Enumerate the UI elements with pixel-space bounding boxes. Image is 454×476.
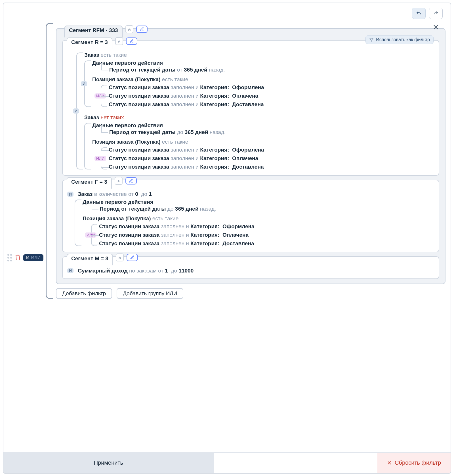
segment-r-right: Использовать как фильтр <box>365 35 434 44</box>
status-label: Статус позиции заказа <box>109 84 169 90</box>
period-days: 365 дней <box>185 129 208 135</box>
position-label: Позиция заказа (Покупка) <box>92 76 161 82</box>
use-as-filter-label: Использовать как фильтр <box>376 37 430 42</box>
funnel-icon <box>369 37 374 42</box>
segment-f: Сегмент F = 3 И Заказ <box>62 180 439 252</box>
segment-m-title: Сегмент M = 3 <box>67 254 113 266</box>
chevron-up-icon <box>118 255 122 259</box>
dpd-block: Данные первого действия Период от текуще… <box>92 121 434 135</box>
segment-rfm-right: ✕ <box>432 24 440 31</box>
edit-segment-button[interactable] <box>136 26 148 33</box>
cat-value: Оплачена <box>232 155 258 161</box>
cat-label: Категория: <box>200 84 229 90</box>
chevron-up-icon <box>117 179 121 183</box>
cat-value: Оформлена <box>232 147 264 153</box>
root-group: Сегмент RFM - 333 ✕ Сегмент R = 3 <box>46 23 445 299</box>
position-cond: есть такие <box>162 139 188 145</box>
segment-f-title: Сегмент F = 3 <box>67 177 112 189</box>
status-label: Статус позиции заказа <box>99 232 159 238</box>
edit-segment-button[interactable] <box>127 254 138 261</box>
status-row: Статус позиции заказа заполнен и Категор… <box>99 222 434 231</box>
period-line: Период от текущей даты до 365 дней назад… <box>92 206 434 212</box>
zakaz1-inner-brace: И Данные первого действия Период от теку… <box>84 59 434 109</box>
status-label: Статус позиции заказа <box>109 93 169 99</box>
status-mid: заполнен и <box>171 164 199 170</box>
zakaz-pre: в количестве от <box>94 191 134 197</box>
segment-rfm-head: Сегмент RFM - 333 <box>64 23 148 35</box>
andor-or: ИЛИ <box>31 255 41 260</box>
zakaz-group-2: Заказ нет таких И Данные первого действи… <box>84 113 434 171</box>
sum-v1: 1 <box>165 268 168 274</box>
group-andor-toggle[interactable]: И ИЛИ <box>23 254 43 261</box>
root-bracket <box>46 23 53 299</box>
segment-rfm-body: Сегмент R = 3 Использовать как ф <box>56 29 445 284</box>
segment-m-head: Сегмент M = 3 <box>67 251 138 263</box>
collapse-segment-button[interactable] <box>115 37 123 45</box>
zakaz2-inner-brace: И Данные первого действия Период от теку… <box>84 121 434 171</box>
and-badge: И <box>67 268 73 273</box>
or-badge: ИЛИ <box>94 156 106 161</box>
zakaz-2-title: Заказ нет таких <box>84 113 434 121</box>
zakaz-label: Заказ <box>84 114 99 120</box>
period-suffix: назад. <box>210 129 226 135</box>
undo-icon <box>416 11 422 16</box>
status-mid: заполнен и <box>171 93 199 99</box>
position-block: Позиция заказа (Покупка) есть такие ИЛИ … <box>83 214 434 248</box>
cat-value: Оплачена <box>222 232 249 238</box>
cat-value: Оформлена <box>222 223 255 229</box>
trash-icon <box>15 254 21 261</box>
collapse-segment-button[interactable] <box>116 253 124 261</box>
status-label: Статус позиции заказа <box>109 147 169 153</box>
zakaz-label: Заказ <box>84 52 99 58</box>
period-mid: до <box>167 206 174 212</box>
and-badge: И <box>73 108 79 114</box>
status-or-list: ИЛИ Статус позиции заказа заполнен и Кат… <box>91 222 434 248</box>
pencil-icon <box>129 179 133 183</box>
status-mid: заполнен и <box>171 147 199 153</box>
sum-label: Суммарный доход <box>78 268 127 274</box>
cat-value: Доставлена <box>222 240 254 246</box>
cat-value: Доставлена <box>232 164 264 170</box>
zakaz-1-title: Заказ есть такие <box>84 51 434 59</box>
segment-r-head: Сегмент R = 3 <box>67 35 137 47</box>
position-cond: есть такие <box>162 76 188 82</box>
sum-line: И Суммарный доход по заказам от 1 до 110… <box>67 267 434 274</box>
sum-v2: 11000 <box>178 268 194 274</box>
cat-label: Категория: <box>200 101 229 107</box>
collapse-segment-button[interactable] <box>115 177 123 185</box>
add-or-group-button[interactable]: Добавить группу ИЛИ <box>117 288 183 299</box>
reset-filter-button[interactable]: ✕ Сбросить фильтр <box>377 453 451 473</box>
edit-segment-button[interactable] <box>126 37 137 45</box>
use-as-filter-button[interactable]: Использовать как фильтр <box>365 35 434 44</box>
collapse-segment-button[interactable] <box>125 25 133 33</box>
position-title: Позиция заказа (Покупка) есть такие <box>92 138 434 146</box>
segment-f-brace: Данные первого действия Период от текуще… <box>75 198 434 248</box>
segment-r-title: Сегмент R = 3 <box>67 37 112 49</box>
pencil-icon <box>129 39 134 43</box>
period-mid: от <box>177 67 182 73</box>
cat-label: Категория: <box>190 223 219 229</box>
edit-segment-button[interactable] <box>125 177 137 184</box>
segment-m-body: И Суммарный доход по заказам от 1 до 110… <box>67 267 434 274</box>
redo-icon <box>433 11 439 16</box>
period-suffix: назад. <box>209 67 225 73</box>
chevron-up-icon <box>127 27 131 31</box>
position-title: Позиция заказа (Покупка) есть такие <box>83 214 434 222</box>
cat-label: Категория: <box>190 240 219 246</box>
add-filter-button[interactable]: Добавить фильтр <box>56 288 112 299</box>
close-segment-button[interactable]: ✕ <box>432 24 440 31</box>
group-buttons: Добавить фильтр Добавить группу ИЛИ <box>56 288 445 299</box>
and-badge: И <box>81 81 87 86</box>
zakaz-label: Заказ <box>78 191 93 197</box>
undo-button[interactable] <box>412 8 426 19</box>
apply-button[interactable]: Применить <box>3 453 214 473</box>
zakaz-v1: 0 <box>135 191 138 197</box>
status-mid: заполнен и <box>161 240 189 246</box>
redo-button[interactable] <box>429 8 443 19</box>
position-label: Позиция заказа (Покупка) <box>83 215 151 221</box>
or-badge: ИЛИ <box>94 93 106 98</box>
cat-value: Доставлена <box>232 101 264 107</box>
pencil-icon <box>130 255 134 260</box>
drag-handle[interactable] <box>7 254 12 261</box>
delete-group-button[interactable] <box>15 254 22 261</box>
